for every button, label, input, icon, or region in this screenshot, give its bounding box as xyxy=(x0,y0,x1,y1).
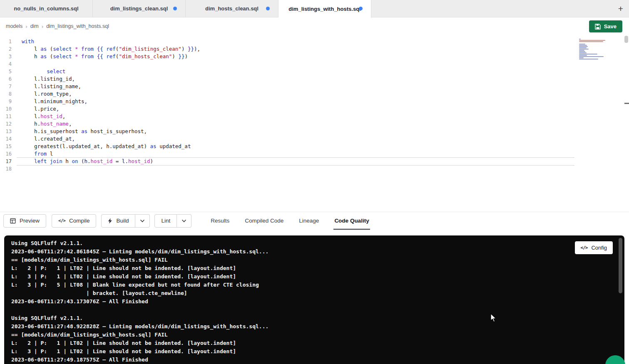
compile-button[interactable]: </> Compile xyxy=(52,214,96,228)
line-number: 11 xyxy=(0,113,17,120)
panel-tab-code-quality[interactable]: Code Quality xyxy=(333,212,370,230)
code-line[interactable] xyxy=(17,60,574,68)
lint-split-button: Lint xyxy=(154,214,191,228)
lint-label: Lint xyxy=(161,218,170,224)
editor-tab[interactable]: dim_listings_with_hosts.sql xyxy=(278,0,371,18)
save-button-label: Save xyxy=(604,23,617,30)
breadcrumb-separator: › xyxy=(42,23,43,30)
line-number: 7 xyxy=(0,83,17,90)
breadcrumb-item[interactable]: models xyxy=(6,23,22,29)
chevron-down-icon xyxy=(181,219,186,223)
code-line[interactable]: greatest(l.updated_at, h.updated_at) as … xyxy=(17,143,574,150)
build-split-button: Build xyxy=(101,214,150,228)
terminal-line: L: 2 | P: 1 | LT02 | Line should not be … xyxy=(11,264,624,272)
tab-bar: no_nulls_in_columns.sqldim_listings_clea… xyxy=(0,0,629,17)
panel-tab-results[interactable]: Results xyxy=(210,212,230,230)
code-line[interactable]: from l xyxy=(17,150,574,158)
code-line[interactable]: l.created_at, xyxy=(17,135,574,143)
minimap-line xyxy=(579,52,587,53)
config-button[interactable]: </> Config xyxy=(575,241,613,254)
preview-button[interactable]: Preview xyxy=(3,214,46,228)
unsaved-dot-icon xyxy=(173,7,177,10)
code-line[interactable] xyxy=(17,165,574,173)
unsaved-dot-icon xyxy=(359,7,363,10)
line-number: 9 xyxy=(0,98,17,105)
new-tab-button[interactable]: + xyxy=(614,2,627,15)
minimap-line xyxy=(579,47,587,48)
config-label: Config xyxy=(591,245,607,251)
line-number: 3 xyxy=(0,53,17,60)
terminal-scrollbar[interactable] xyxy=(619,238,622,293)
minimap-line xyxy=(579,59,598,59)
minimap-line xyxy=(579,39,581,40)
bolt-icon xyxy=(108,218,112,224)
save-button[interactable]: Save xyxy=(589,20,622,32)
tab-label: no_nulls_in_columns.sql xyxy=(14,5,78,12)
breadcrumb-item[interactable]: dim_listings_with_hosts.sql xyxy=(46,23,109,29)
editor-scrollbar[interactable] xyxy=(624,36,628,43)
line-number-gutter: 123456789101112131415161718 xyxy=(0,38,17,173)
minimap-line xyxy=(579,45,587,46)
terminal-line: L: 3 | P: 5 | LT08 | Blank line expected… xyxy=(11,281,624,289)
code-line[interactable]: l.price, xyxy=(17,105,574,113)
terminal-line: Using SQLFluff v2.1.1. xyxy=(11,314,624,322)
line-number: 17 xyxy=(0,158,17,165)
minimap-line xyxy=(579,49,589,50)
line-number: 14 xyxy=(0,135,17,143)
code-line[interactable]: l.listing_id, xyxy=(17,75,574,83)
code-line[interactable]: l.listing_name, xyxy=(17,83,574,90)
code-line[interactable]: h.host_name, xyxy=(17,120,574,128)
minimap-line xyxy=(579,44,585,45)
terminal-output: Using SQLFluff v2.1.1.2023-06-06T11:27:4… xyxy=(11,239,624,364)
code-icon: </> xyxy=(581,245,588,250)
preview-label: Preview xyxy=(20,218,40,224)
lint-button[interactable]: Lint xyxy=(154,214,177,228)
minimap[interactable] xyxy=(579,39,607,61)
chevron-down-icon xyxy=(140,219,145,223)
breadcrumb: models›dim›dim_listings_with_hosts.sql xyxy=(6,23,109,30)
minimap-line xyxy=(579,41,603,42)
tab-label: dim_listings_clean.sql xyxy=(110,5,168,12)
panel-tab-lineage[interactable]: Lineage xyxy=(298,212,320,230)
save-icon xyxy=(595,24,601,30)
code-content: with l as (select * from {{ ref("dim_lis… xyxy=(17,38,574,173)
tab-label: dim_listings_with_hosts.sql xyxy=(288,6,360,12)
scrollbar-marker xyxy=(624,103,629,104)
panel-tab-compiled-code[interactable]: Compiled Code xyxy=(244,212,284,230)
terminal-line: | bracket. [layout.cte_newline] xyxy=(11,289,624,297)
code-line[interactable]: select xyxy=(17,68,574,75)
line-number: 13 xyxy=(0,128,17,135)
line-number: 1 xyxy=(0,38,17,45)
minimap-line xyxy=(579,46,588,47)
code-line[interactable]: left join h on (h.host_id = l.host_id) xyxy=(17,158,574,165)
code-editor[interactable]: 123456789101112131415161718 with l as (s… xyxy=(0,35,629,212)
code-line[interactable]: with xyxy=(17,38,574,45)
compile-label: Compile xyxy=(69,218,90,224)
panel-tabs: ResultsCompiled CodeLineageCode Quality xyxy=(210,212,383,230)
line-number: 5 xyxy=(0,68,17,75)
code-line[interactable]: h as (select * from {{ ref("dim_hosts_cl… xyxy=(17,53,574,60)
editor-tabs: no_nulls_in_columns.sqldim_listings_clea… xyxy=(0,0,371,17)
editor-tab[interactable]: no_nulls_in_columns.sql xyxy=(0,0,93,17)
unsaved-dot-icon xyxy=(266,7,270,10)
lint-dropdown-button[interactable] xyxy=(177,214,191,228)
code-line[interactable]: l as (select * from {{ ref("dim_listings… xyxy=(17,45,574,53)
tab-label: dim_hosts_clean.sql xyxy=(205,5,259,12)
line-number: 6 xyxy=(0,75,17,83)
editor-tab[interactable]: dim_hosts_clean.sql xyxy=(186,0,278,17)
code-line[interactable]: l.minimum_nights, xyxy=(17,98,574,105)
code-line[interactable]: l.room_type, xyxy=(17,90,574,98)
code-line[interactable]: h.is_superhost as host_is_superhost, xyxy=(17,128,574,135)
table-icon xyxy=(10,218,16,224)
code-line[interactable]: l.host_id, xyxy=(17,113,574,120)
editor-tab[interactable]: dim_listings_clean.sql xyxy=(93,0,186,17)
line-number: 16 xyxy=(0,150,17,158)
line-number: 10 xyxy=(0,105,17,113)
minimap-line xyxy=(579,57,584,58)
breadcrumb-item[interactable]: dim xyxy=(30,23,39,29)
build-button[interactable]: Build xyxy=(101,214,135,228)
code-icon: </> xyxy=(58,218,65,223)
terminal-line: L: 3 | P: 1 | LT02 | Line should not be … xyxy=(11,272,624,281)
build-dropdown-button[interactable] xyxy=(135,214,150,228)
line-number: 12 xyxy=(0,120,17,128)
